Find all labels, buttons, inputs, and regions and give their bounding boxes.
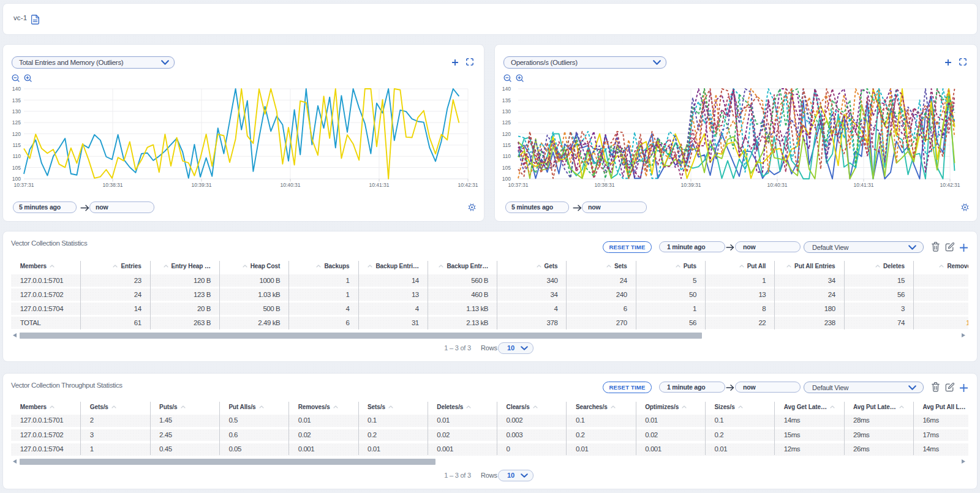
svg-text:10:37:31: 10:37:31 bbox=[508, 182, 528, 188]
svg-text:135: 135 bbox=[12, 97, 21, 103]
svg-text:10:39:31: 10:39:31 bbox=[191, 182, 211, 188]
svg-text:110: 110 bbox=[502, 153, 511, 159]
svg-text:105: 105 bbox=[502, 165, 511, 171]
svg-text:120: 120 bbox=[502, 131, 511, 137]
svg-text:10:38:31: 10:38:31 bbox=[102, 182, 123, 188]
svg-text:10:42:31: 10:42:31 bbox=[458, 182, 478, 188]
svg-text:140: 140 bbox=[12, 86, 21, 92]
svg-text:10:41:31: 10:41:31 bbox=[853, 182, 873, 188]
svg-text:10:38:31: 10:38:31 bbox=[594, 182, 614, 188]
svg-text:110: 110 bbox=[12, 153, 21, 159]
svg-text:115: 115 bbox=[502, 142, 511, 148]
svg-text:140: 140 bbox=[502, 86, 511, 92]
svg-text:115: 115 bbox=[12, 142, 21, 148]
svg-text:10:42:31: 10:42:31 bbox=[940, 182, 960, 188]
svg-text:10:39:31: 10:39:31 bbox=[680, 182, 701, 188]
svg-text:10:40:31: 10:40:31 bbox=[767, 182, 787, 188]
svg-text:130: 130 bbox=[12, 108, 21, 115]
svg-text:125: 125 bbox=[12, 119, 21, 126]
svg-text:10:40:31: 10:40:31 bbox=[280, 182, 300, 188]
svg-text:120: 120 bbox=[12, 131, 21, 137]
svg-text:10:37:31: 10:37:31 bbox=[13, 182, 34, 188]
svg-text:130: 130 bbox=[502, 108, 511, 115]
svg-text:105: 105 bbox=[12, 165, 21, 171]
svg-text:125: 125 bbox=[502, 119, 511, 126]
svg-text:135: 135 bbox=[502, 97, 511, 103]
svg-text:10:41:31: 10:41:31 bbox=[369, 182, 389, 188]
